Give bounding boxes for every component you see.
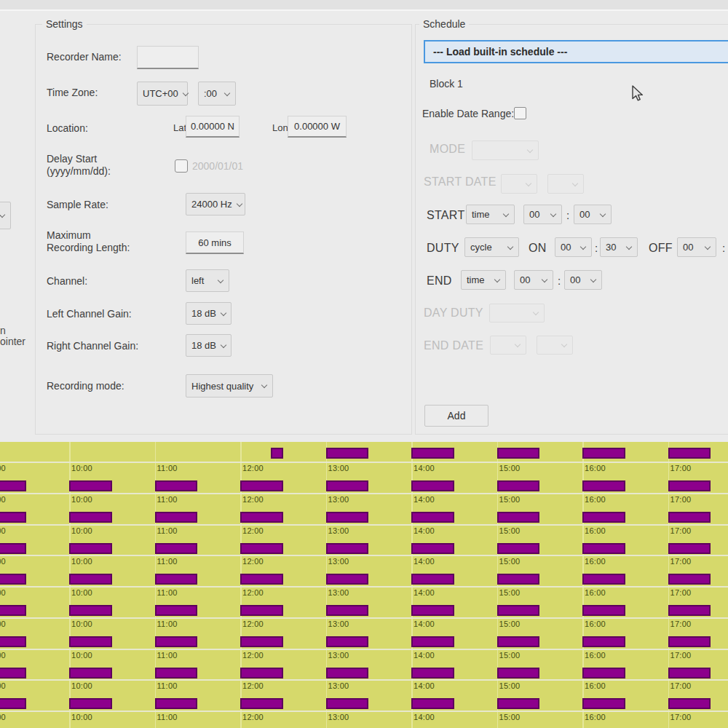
- timeline-hour-label: 17:00: [670, 620, 692, 628]
- right-channel-gain-dropdown[interactable]: 18 dB: [186, 334, 232, 357]
- duty-on-minute-dropdown[interactable]: 30: [600, 237, 638, 257]
- timeline-hour-label: 12:00: [242, 464, 264, 472]
- timeline-recording-bar: [668, 668, 711, 678]
- end-date-label: END DATE: [424, 339, 483, 352]
- timeline-recording-bar: [0, 480, 26, 491]
- delay-start-checkbox[interactable]: [175, 159, 188, 173]
- add-block-button[interactable]: Add: [424, 405, 488, 427]
- end-type-dropdown[interactable]: time: [461, 270, 506, 290]
- max-recording-length-label: Maximum: [47, 229, 91, 242]
- timeline-hour-label: 16:00: [585, 589, 606, 597]
- day-duty-dropdown[interactable]: [489, 304, 545, 323]
- timeline-hour-label: 14:00: [414, 464, 435, 472]
- timeline-recording-bar: [326, 543, 369, 554]
- timeline-recording-bar: [240, 512, 283, 523]
- timeline-recording-bar: [69, 512, 112, 523]
- duty-off-hour-dropdown[interactable]: 00: [677, 237, 716, 257]
- timeline-hour-label: 13:00: [328, 527, 349, 535]
- chevron-down-icon: [590, 277, 596, 283]
- end-date-day-dropdown[interactable]: [490, 336, 526, 355]
- timeline-recording-bar: [69, 698, 112, 709]
- chevron-down-icon: [237, 202, 242, 207]
- timeline-hour-label: 17:00: [670, 464, 692, 472]
- end-minute-dropdown[interactable]: 00: [564, 270, 602, 290]
- latitude-label: Lat: [173, 122, 186, 134]
- timeline-hour-label: 17:00: [670, 682, 692, 690]
- timeline-recording-bar: [668, 636, 711, 647]
- max-recording-length-value: 60 mins: [198, 237, 232, 248]
- longitude-input[interactable]: 0.00000 W: [288, 116, 347, 138]
- start-minute-value: 00: [579, 209, 590, 220]
- timeline-hour-label: 12:00: [242, 713, 264, 721]
- timeline-hour-label: 10:00: [71, 527, 92, 535]
- timeline-hour-label: 14:00: [414, 652, 435, 660]
- left-edge-partial-dropdown[interactable]: [0, 202, 11, 229]
- recorder-name-input[interactable]: [137, 46, 199, 69]
- location-label: Location:: [47, 122, 88, 135]
- duty-on-label: ON: [529, 242, 547, 255]
- timeline-recording-bar: [411, 605, 454, 616]
- chevron-down-icon: [561, 342, 567, 348]
- channel-dropdown[interactable]: left: [186, 269, 229, 292]
- start-hour-dropdown[interactable]: 00: [523, 205, 562, 224]
- timeline-recording-bar: [411, 543, 454, 554]
- timeline-recording-bar: [411, 668, 454, 678]
- longitude-value: 0.00000 W: [294, 121, 340, 132]
- chevron-down-icon: [507, 245, 513, 250]
- enable-date-range-label: Enable Date Range:: [422, 108, 514, 120]
- timeline-hour-label: 15:00: [499, 589, 521, 597]
- duty-on-hour-dropdown[interactable]: 00: [555, 237, 592, 257]
- schedule-timeline-preview: 09:0010:0011:0012:0013:0014:0015:0016:00…: [0, 442, 728, 728]
- end-date-month-dropdown[interactable]: [537, 336, 573, 355]
- max-recording-length-input[interactable]: 60 mins: [186, 232, 244, 254]
- chevron-down-icon: [580, 245, 586, 250]
- timeline-hour-label: 16:00: [585, 620, 606, 628]
- start-date-month-dropdown[interactable]: [547, 174, 584, 194]
- timeline-hour-label: 11:00: [157, 620, 178, 628]
- start-type-dropdown[interactable]: time: [466, 205, 515, 224]
- timeline-recording-bar: [240, 480, 283, 491]
- recorder-name-label: Recorder Name:: [47, 51, 122, 63]
- chevron-down-icon: [0, 213, 5, 218]
- timeline-hour-label: 15:00: [499, 713, 521, 721]
- duty-type-dropdown[interactable]: cycle: [464, 237, 519, 257]
- timeline-recording-bar: [326, 480, 369, 491]
- end-hour-dropdown[interactable]: 00: [514, 270, 553, 290]
- sample-rate-dropdown[interactable]: 24000 Hz: [186, 193, 245, 215]
- timeline-recording-bar: [0, 512, 26, 523]
- enable-date-range-checkbox[interactable]: [514, 107, 526, 119]
- timeline-recording-bar: [411, 574, 454, 585]
- timeline-hour-label: 16:00: [585, 652, 606, 660]
- left-channel-gain-dropdown[interactable]: 18 dB: [186, 302, 232, 325]
- sample-rate-label: Sample Rate:: [47, 199, 108, 211]
- latitude-input[interactable]: 0.00000 N: [186, 116, 240, 138]
- timeline-row-separator: [0, 524, 728, 526]
- timeline-hour-label: 11:00: [157, 464, 178, 472]
- chevron-down-icon: [218, 278, 223, 284]
- recording-mode-dropdown[interactable]: Highest quality: [186, 374, 273, 397]
- timeline-recording-bar: [668, 574, 711, 585]
- chevron-down-icon: [533, 310, 539, 316]
- timeline-recording-bar: [326, 605, 369, 616]
- end-label: END: [427, 274, 452, 288]
- mode-dropdown[interactable]: [472, 141, 539, 160]
- timeline-recording-bar: [668, 480, 711, 491]
- time-zone-minute-dropdown[interactable]: :00: [198, 82, 236, 106]
- timeline-recording-bar: [668, 605, 711, 616]
- chevron-down-icon: [224, 91, 230, 97]
- recording-mode-label: Recording mode:: [47, 380, 124, 392]
- timeline-recording-bar: [240, 543, 283, 554]
- timeline-recording-bar: [668, 512, 711, 523]
- timeline-hour-label: 14:00: [414, 527, 435, 535]
- timeline-hour-label: 10:00: [71, 713, 92, 721]
- timeline-hour-label: 15:00: [499, 652, 521, 660]
- start-time-colon: :: [566, 209, 569, 221]
- time-zone-hour-dropdown[interactable]: UTC+00: [137, 82, 188, 106]
- start-date-day-dropdown[interactable]: [501, 174, 537, 194]
- load-builtin-schedule-dropdown[interactable]: --- Load built-in schedule ---: [424, 40, 728, 63]
- start-hour-value: 00: [529, 209, 539, 220]
- start-minute-dropdown[interactable]: 00: [574, 205, 612, 224]
- chevron-down-icon: [221, 343, 226, 349]
- timeline-recording-bar: [326, 512, 369, 523]
- timeline-recording-bar: [411, 480, 454, 491]
